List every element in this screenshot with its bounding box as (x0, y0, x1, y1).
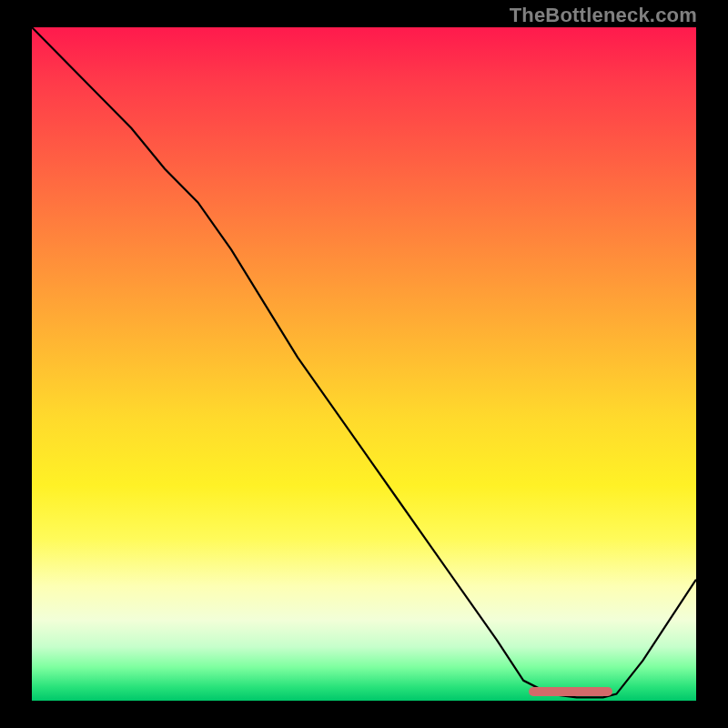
curve-svg (32, 27, 696, 701)
watermark-text: TheBottleneck.com (510, 4, 697, 27)
chart-frame: TheBottleneck.com (0, 0, 728, 728)
plot-area (32, 27, 696, 701)
optimum-range-marker (529, 687, 612, 696)
curve-line (32, 27, 696, 697)
